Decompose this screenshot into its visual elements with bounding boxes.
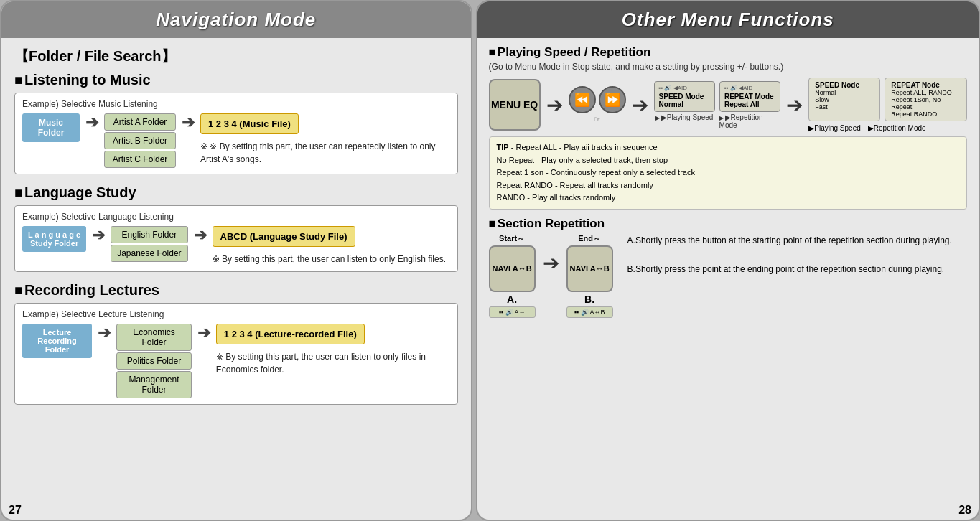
playing-speed-section: Playing Speed / Repetition (Go to Menu M… — [489, 45, 967, 210]
point-a-group: Start～ NAVI A↔B A. ▪▪ 🔊 A→ — [489, 233, 536, 318]
tip-line5: RANDO - Play all tracks randomly — [497, 193, 616, 202]
listening-music-title: Listening to Music — [14, 72, 458, 88]
section-repetition-heading: Section Repetition — [489, 217, 967, 231]
left-header: Navigation Mode — [1, 1, 471, 38]
lecture-example-box: Example) Selective Lecture Listening Lec… — [14, 303, 458, 405]
speed-mode-value: Normal — [659, 100, 710, 108]
language-flow: L a n g u a g e Study Folder ➔ English F… — [22, 226, 450, 266]
language-file-box: ABCD (Language Study File) — [213, 226, 355, 247]
music-folder-box: Music Folder — [22, 113, 80, 142]
artist-c-folder: Artist C Folder — [104, 151, 176, 168]
artist-folders: Artist A Folder Artist B Folder Artist C… — [104, 113, 176, 168]
language-file-section: ABCD (Language Study File) ※ By setting … — [213, 226, 447, 266]
left-title: Navigation Mode — [1, 9, 471, 31]
repetition-flow: Start～ NAVI A↔B A. ▪▪ 🔊 A→ ➔ End～ NAVI A… — [489, 233, 967, 318]
rw-ff-section: ⏪ ⏩ ☞ — [569, 86, 626, 124]
management-folder: Management Folder — [116, 371, 192, 398]
arrow6: ➔ — [197, 324, 210, 342]
arrow2: ➔ — [182, 113, 195, 132]
speed-mode-screen: ▪▪ 🔊 ◀AID SPEED Mode Normal — [654, 81, 715, 112]
rep-text-b: B.Shortly press the point at the ending … — [627, 262, 952, 278]
start-label: Start～ — [499, 233, 525, 244]
artist-a-folder: Artist A Folder — [104, 113, 176, 131]
page-wrapper: Navigation Mode 【Folder / File Search】 L… — [0, 0, 980, 521]
speed-top-icons: ▪▪ 🔊 ◀AID — [659, 85, 710, 91]
speed-mode-title: SPEED Mode — [659, 93, 710, 100]
arrow4: ➔ — [194, 226, 207, 245]
arrow3: ➔ — [92, 226, 105, 245]
playing-speed-subtitle: (Go to Menu Mode in Stop state, and make… — [489, 62, 967, 72]
menu-eq-screen: MENU EQ — [489, 79, 541, 131]
arrow-device3: ➔ — [786, 93, 803, 117]
navi-ab-box-b: NAVI A↔B — [566, 245, 613, 292]
left-panel: Navigation Mode 【Folder / File Search】 L… — [0, 0, 472, 521]
lecture-example-label: Example) Selective Lecture Listening — [22, 309, 450, 319]
lecture-subfolders: Economics Folder Politics Folder Managem… — [116, 324, 192, 398]
artist-b-folder: Artist B Folder — [104, 132, 176, 149]
right-content: Playing Speed / Repetition (Go to Menu M… — [477, 38, 979, 501]
playing-speed-heading: Playing Speed / Repetition — [489, 45, 967, 60]
repeat-top-icons: ▪▪ 🔊 ◀AID — [724, 85, 775, 91]
lecture-file-box: 1 2 3 4 (Lecture-recorded File) — [216, 324, 365, 344]
lecture-flow: Lecture Recording Folder ➔ Economics Fol… — [22, 324, 450, 398]
repeat-mode-title: REPEAT Mode — [724, 93, 775, 100]
tip-line3: Repeat 1 son - Continuously repeat only … — [497, 168, 695, 177]
language-study-title: Language Study — [14, 184, 458, 201]
repetition-mode-label2: ▶Repetition Mode — [868, 124, 926, 132]
settings-repeat-title: REPEAT Node — [891, 81, 961, 89]
recording-lectures-section: Recording Lectures Example) Selective Le… — [14, 282, 458, 405]
playing-speed-label2: ▶Playing Speed — [808, 124, 861, 132]
speed-mode-col: ▪▪ 🔊 ◀AID SPEED Mode Normal ▶Playing Spe… — [654, 81, 715, 129]
hand-icon-hint: ☞ — [594, 115, 601, 124]
arrow-device1: ➔ — [546, 93, 563, 117]
tip-line4: Repeat RANDO - Repeat all tracks randoml… — [497, 181, 653, 189]
music-file-box: 1 2 3 4 (Music File) — [200, 113, 299, 134]
right-panel: Other Menu Functions Playing Speed / Rep… — [476, 0, 980, 521]
point-a-label: A. — [507, 294, 517, 305]
end-label: End～ — [578, 233, 601, 244]
navi-screen-b: ▪▪ 🔊 A↔B — [566, 306, 613, 318]
arrow1: ➔ — [85, 113, 98, 132]
gap — [472, 0, 476, 521]
right-title: Other Menu Functions — [477, 9, 979, 31]
folder-file-search-heading: 【Folder / File Search】 — [14, 47, 458, 66]
settings-speed-title: SPEED Node — [815, 81, 874, 89]
repeat-mode-label: ▶Repetition Mode — [719, 113, 781, 129]
page-number-left: 27 — [1, 501, 471, 520]
rw-button[interactable]: ⏪ — [569, 86, 596, 113]
menu-eq-text: MENU EQ — [491, 99, 538, 111]
arrow-rep: ➔ — [543, 251, 559, 275]
music-example-label: Example) Selective Music Listening — [22, 99, 450, 109]
ff-button[interactable]: ⏩ — [599, 86, 626, 113]
recording-lectures-title: Recording Lectures — [14, 282, 458, 299]
settings-speed-normal: Normal — [815, 89, 874, 96]
repeat-mode-value: Repeat All — [724, 100, 775, 108]
right-header: Other Menu Functions — [477, 1, 979, 38]
settings-speed-fast: Fast — [815, 103, 874, 111]
tip-box: TIP - Repeat ALL - Play aii tracks in se… — [489, 136, 967, 210]
point-b-group: End～ NAVI A↔B B. ▪▪ 🔊 A↔B — [566, 233, 613, 318]
repeat-settings-screen: REPEAT Node Repeat ALL, RANDO Repeat 1So… — [885, 78, 967, 121]
settings-repeat-1: Repeat ALL, RANDO — [891, 89, 961, 96]
language-example-label: Example) Selective Language Listening — [22, 212, 450, 222]
navi-ab-box-a: NAVI A↔B — [489, 245, 536, 292]
economics-folder: Economics Folder — [116, 324, 192, 351]
page-number-right: 28 — [477, 501, 979, 520]
music-example-box: Example) Selective Music Listening Music… — [14, 93, 458, 174]
tip-line1: - Repeat ALL - Play aii tracks in sequen… — [511, 143, 658, 151]
navi-ab-text-b: NAVI A↔B — [570, 264, 610, 273]
tip-label: TIP — [497, 143, 509, 151]
language-subfolders: English Folder Japanese Folder — [111, 226, 187, 262]
left-content: 【Folder / File Search】 Listening to Musi… — [1, 38, 471, 501]
tip-line2: No Repeat - Play only a selected track, … — [497, 156, 668, 164]
speed-mode-label: ▶Playing Speed — [655, 113, 714, 121]
navi-screen-a: ▪▪ 🔊 A→ — [489, 306, 536, 318]
rw-ff-buttons: ⏪ ⏩ — [569, 86, 626, 113]
settings-labels: ▶Playing Speed ▶Repetition Mode — [808, 124, 967, 132]
mode-screens-group: ▪▪ 🔊 ◀AID SPEED Mode Normal ▶Playing Spe… — [654, 81, 781, 129]
lecture-note: ※ By setting this part, the user can lis… — [216, 350, 450, 376]
navi-ab-text-a: NAVI A↔B — [493, 264, 532, 273]
menu-eq-device: MENU EQ — [489, 79, 541, 131]
english-folder: English Folder — [111, 226, 187, 243]
settings-repeat-3: Repeat RANDO — [891, 111, 961, 118]
